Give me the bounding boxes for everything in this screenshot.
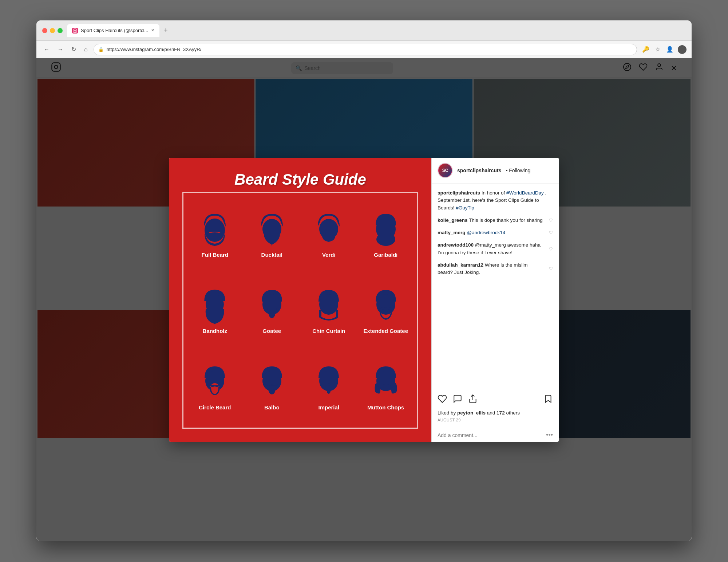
profile-circle[interactable] [678,45,687,54]
svg-point-13 [262,294,281,315]
beard-label-extended-goatee: Extended Goatee [363,328,408,334]
comment-button[interactable] [453,394,462,406]
lock-icon: 🔒 [98,47,104,52]
beard-label-garibaldi: Garibaldi [374,252,397,258]
back-button[interactable]: ← [41,45,52,54]
post-info-panel: SC sportclipshaircuts • Following sportc… [431,158,559,442]
comment-input-row: ••• [432,428,559,442]
comment-1-heart[interactable]: ♡ [549,218,553,223]
comment-1-user[interactable]: kolie_greens [438,217,468,223]
new-tab-button[interactable]: + [162,27,169,34]
action-icons-row [438,391,553,409]
post-following: • Following [506,168,530,173]
caption-username[interactable]: sportclipshaircuts [438,190,480,196]
tab-bar: Sport Clips Haircuts (@sportcl... ✕ + [67,24,686,37]
svg-point-15 [376,294,395,315]
user-profile-icon[interactable]: 👤 [665,44,675,54]
instagram-page: 🔍 Search [36,58,692,541]
beard-label-goatee: Goatee [262,328,281,334]
svg-point-20 [327,389,331,394]
browser-titlebar: Sport Clips Haircuts (@sportcl... ✕ + [36,20,692,41]
beard-item-extended-goatee: Extended Goatee [358,273,414,347]
comment-3-heart[interactable]: ♡ [549,247,553,252]
post-username[interactable]: sportclipshaircuts [457,168,501,173]
post-image-panel: Beard Style Guide [169,158,431,442]
toolbar-actions: 🔑 ☆ 👤 [641,44,687,54]
post-caption: sportclipshaircuts In honor of #WorldBea… [438,189,553,212]
modal-overlay: Beard Style Guide [36,58,692,541]
tab-label: Sport Clips Haircuts (@sportcl... [81,28,148,33]
comment-1-content: This is dope thank you for sharing [469,217,543,223]
post-actions: Liked by peyton_ellis and 172 others Aug… [432,388,559,428]
comment-2: matty_merg @andrewbrock14 ♡ [438,229,553,236]
caption-body: In honor of [482,190,506,196]
beard-item-chin-curtain: Chin Curtain [301,273,357,347]
browser-window: Sport Clips Haircuts (@sportcl... ✕ + ← … [36,20,692,541]
svg-point-14 [319,294,338,315]
comment-2-content: @andrewbrock14 [467,230,505,235]
beard-guide-title: Beard Style Guide [182,171,418,188]
home-button[interactable]: ⌂ [82,45,90,54]
post-avatar: SC [438,163,453,178]
star-icon[interactable]: ☆ [654,44,662,54]
beard-item-verdi: Verdi [301,197,357,271]
svg-point-11 [376,233,395,246]
beard-item-ducktail: Ducktail [244,197,300,271]
minimize-traffic-light[interactable] [50,28,55,33]
beard-item-bandholz: Bandholz [187,273,243,347]
svg-point-18 [262,371,281,391]
close-traffic-light[interactable] [42,28,47,33]
beard-item-goatee: Goatee [244,273,300,347]
svg-rect-0 [73,29,77,32]
like-button[interactable] [438,394,447,406]
likes-count: 172 [496,410,505,416]
tab-close-button[interactable]: ✕ [151,28,154,33]
post-header: SC sportclipshaircuts • Following [432,158,559,184]
hashtag1[interactable]: #WorldBeardDay [506,190,544,196]
beard-label-bandholz: Bandholz [203,328,228,334]
hashtag2[interactable]: #GuyTip [456,205,474,211]
forward-button[interactable]: → [55,45,66,54]
beard-item-balbo: Balbo [244,349,300,424]
maximize-traffic-light[interactable] [58,28,63,33]
comment-3: andrewtodd100 @matty_merg awesome haha I… [438,241,553,256]
comment-3-user[interactable]: andrewtodd100 [438,242,474,248]
more-options-button[interactable]: ••• [546,431,553,439]
likes-user[interactable]: peyton_ellis [457,410,486,416]
save-button[interactable] [543,394,553,406]
beard-item-garibaldi: Garibaldi [358,197,414,271]
comment-4: abdullah_kamran12 Where is the mislim be… [438,262,553,276]
svg-point-7 [205,219,225,242]
beard-label-mutton-chops: Mutton Chops [367,404,404,410]
reload-button[interactable]: ↻ [69,44,78,54]
likes-text: Liked by peyton_ellis and 172 others [438,409,553,417]
address-bar[interactable]: 🔒 https://www.instagram.com/p/BnFR_3XAyy… [94,44,637,55]
browser-toolbar: ← → ↻ ⌂ 🔒 https://www.instagram.com/p/Bn… [36,41,692,58]
comment-2-user[interactable]: matty_merg [438,230,466,235]
comment-1-text: kolie_greens This is dope thank you for … [438,217,543,224]
share-button[interactable] [468,394,478,406]
beard-label-imperial: Imperial [318,404,339,410]
tab-favicon [72,28,78,34]
key-icon[interactable]: 🔑 [641,44,651,54]
comment-input[interactable] [438,432,543,438]
svg-point-19 [319,371,338,391]
comment-4-user[interactable]: abdullah_kamran12 [438,262,483,268]
beard-row-1: Full Beard [187,197,414,271]
beard-item-full-beard: Full Beard [187,197,243,271]
active-tab[interactable]: Sport Clips Haircuts (@sportcl... ✕ [67,24,159,37]
beard-row-3: Circle Beard [187,349,414,424]
comment-2-heart[interactable]: ♡ [549,230,553,235]
post-date: August 29 [438,417,553,425]
comment-4-heart[interactable]: ♡ [549,266,553,271]
likes-suffix: and [486,410,496,416]
likes-prefix: Liked by [438,410,457,416]
beard-label-chin-curtain: Chin Curtain [312,328,345,334]
beard-label-circle-beard: Circle Beard [199,404,231,410]
url-text: https://www.instagram.com/p/BnFR_3XAyyR/ [107,47,202,52]
comment-4-text: abdullah_kamran12 Where is the mislim be… [438,262,543,276]
comment-1: kolie_greens This is dope thank you for … [438,217,553,224]
beard-label-balbo: Balbo [264,404,280,410]
post-comments: sportclipshaircuts In honor of #WorldBea… [432,184,559,388]
beard-guide-inner: Full Beard [182,192,418,429]
